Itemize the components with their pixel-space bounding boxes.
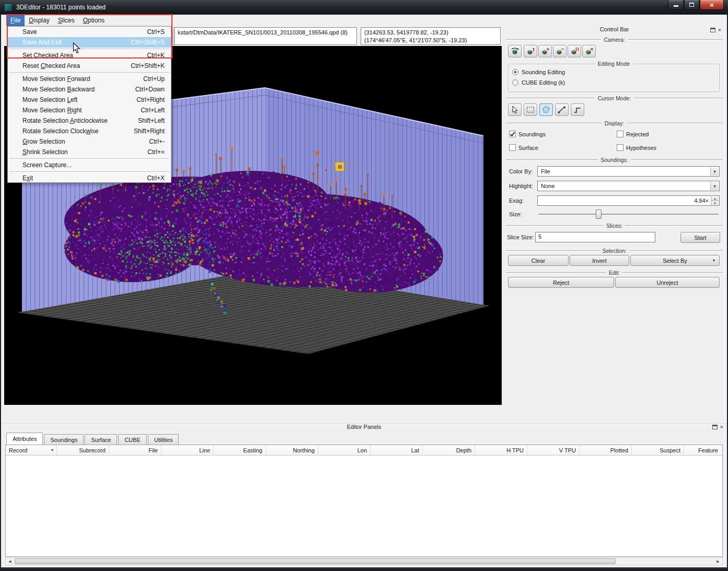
slider-thumb[interactable] [596,209,602,219]
pointer-tool-button[interactable] [508,103,522,116]
menu-display[interactable]: Display [25,15,53,26]
menu-item-exit[interactable]: Exit Ctrl+X [8,173,171,183]
exag-spinner[interactable]: 4.94× ▴ ▾ [537,195,720,206]
profile-tool-button[interactable] [571,103,584,116]
spin-down-icon[interactable]: ▾ [711,201,719,205]
menu-item-grow-selection[interactable]: Grow Selection Ctrl+- [8,136,171,147]
highlight-select[interactable]: None ▾ [537,181,720,191]
cursor-mode-group-label: Cursor Mode: [595,95,634,101]
close-panel-icon[interactable]: × [720,424,723,429]
title-bar[interactable]: 3DEditor - 183011 points loaded × [0,0,728,15]
camera-top-view-button[interactable] [568,45,581,57]
tab-soundings[interactable]: Soundings [44,434,84,445]
unreject-button[interactable]: Unreject [615,277,720,288]
surface-checkbox[interactable]: Surface [509,144,538,151]
coordinates-field[interactable]: (314263.53, 5419778.82, -19.23) (174°46'… [361,27,501,45]
menu-slices[interactable]: Slices [54,15,79,26]
close-panel-icon[interactable]: × [718,27,721,32]
camera-zoom-out-button[interactable] [553,45,567,57]
menu-item-save[interactable]: Save Ctrl+S [8,27,171,37]
menu-item-rot-sel-clockwise[interactable]: Rotate Selection Clockwise Shift+Right [8,126,171,136]
polygon-select-tool-button[interactable] [539,103,553,116]
column-file[interactable]: File [109,445,161,455]
file-menu: Save Ctrl+S Save And Exit Ctrl+Shift+S S… [7,26,171,183]
menu-file[interactable]: File [6,15,25,26]
menu-item-move-selection-backward[interactable]: Move Selection Backward Ctrl+Down [8,84,171,95]
camera-pan-button[interactable] [524,45,537,57]
menu-bar: File Display Slices Options [0,15,728,26]
profile-tool-icon [573,106,582,114]
column-plotted[interactable]: Plotted [580,445,632,455]
rectangle-select-tool-button[interactable] [524,103,537,116]
start-button[interactable]: Start [680,232,720,243]
column-northing[interactable]: Northing [266,445,318,455]
pan-icon [526,47,535,55]
column-record[interactable]: Record ▾ [6,445,57,455]
menu-item-save-and-exit[interactable]: Save And Exit Ctrl+Shift+S [8,37,171,48]
scroll-right-arrow-icon[interactable]: ▶ [714,558,722,565]
menu-item-move-selection-forward[interactable]: Move Selection Forward Ctrl+Up [8,74,171,84]
menu-item-move-selection-left[interactable]: Move Selection Left Ctrl+Right [8,95,171,105]
slider-groove [538,214,719,215]
menu-item-reset-checked-area[interactable]: Reset Checked Area Ctrl+Shift+K [8,61,171,71]
menu-item-screen-capture[interactable]: Screen Capture... [8,160,171,170]
spin-up-icon[interactable]: ▴ [711,196,719,201]
window-frame-bottom [0,567,728,571]
menu-options[interactable]: Options [79,15,109,26]
column-line[interactable]: Line [161,445,214,455]
tab-attributes[interactable]: Attributes [6,433,43,445]
slice-size-input[interactable]: 5 [535,232,655,242]
close-button[interactable]: × [700,0,724,10]
menu-item-set-checked-area[interactable]: Set Checked Area Ctrl+K [8,50,171,61]
coordinates-utm: (314263.53, 5419778.82, -19.23) [364,29,497,37]
sounding-editing-radio[interactable]: Sounding Editing [512,69,565,75]
horizontal-scrollbar[interactable]: ◀ ▶ [5,557,723,565]
top-view-icon [570,47,579,55]
menu-item-rot-sel-anticlockwise[interactable]: Rotate Selection Anticlockwise Shift+Lef… [8,115,171,126]
camera-orbit-button[interactable] [508,45,522,57]
reject-button[interactable]: Reject [508,277,614,288]
select-by-button[interactable]: Select By ▾ [630,255,720,266]
cube-editing-radio[interactable]: CUBE Editing (k) [512,79,565,86]
scroll-left-arrow-icon[interactable]: ◀ [6,558,14,565]
column-feature[interactable]: Feature [684,445,721,455]
menu-item-shrink-selection[interactable]: Shrink Selection Ctrl+= [8,147,171,157]
column-v-tpu[interactable]: V TPU [527,445,580,455]
rejected-checkbox[interactable]: Rejected [617,131,649,137]
invert-button[interactable]: Invert [570,255,629,266]
record-filter-arrow-icon[interactable]: ▾ [51,448,53,452]
float-panel-icon[interactable] [710,28,715,32]
line-tool-button[interactable] [555,103,569,116]
column-depth[interactable]: Depth [423,445,475,455]
camera-reset-view-button[interactable] [582,45,596,57]
soundings-checkbox[interactable]: Soundings [509,131,546,137]
minimize-button[interactable] [668,0,684,10]
size-slider[interactable] [537,209,720,219]
exag-label: Exag: [509,197,524,204]
scrollbar-thumb[interactable] [15,558,616,564]
tab-cube[interactable]: CUBE [118,434,147,445]
file-path-field[interactable]: kstart/DtmData/IKATERE_SN101/0013_201103… [174,27,357,45]
menu-separator [8,170,171,173]
tab-utilities[interactable]: Utilities [148,434,179,445]
column-h-tpu[interactable]: H TPU [475,445,527,455]
radio-icon [512,79,518,86]
column-lat[interactable]: Lat [371,445,423,455]
camera-zoom-in-button[interactable] [538,45,552,57]
camera-group-label: Camera: [601,37,627,43]
window-title: 3DEditor - 183011 points loaded [16,4,106,11]
restore-button[interactable] [684,0,699,10]
table-body-empty [6,456,722,556]
menu-item-move-selection-right[interactable]: Move Selection Right Ctrl+Left [8,105,171,115]
column-suspect[interactable]: Suspect [632,445,684,455]
hypotheses-checkbox[interactable]: Hypotheses [617,144,656,151]
edit-group-label: Edit: [606,270,622,276]
float-panel-icon[interactable] [712,425,718,429]
color-by-select[interactable]: File ▾ [537,166,720,177]
column-subrecord[interactable]: Subrecord [57,445,109,455]
menu-separator [8,71,171,74]
clear-button[interactable]: Clear [508,255,569,266]
tab-surface[interactable]: Surface [85,434,117,445]
column-lon[interactable]: Lon [318,445,371,455]
column-easting[interactable]: Easting [214,445,266,455]
